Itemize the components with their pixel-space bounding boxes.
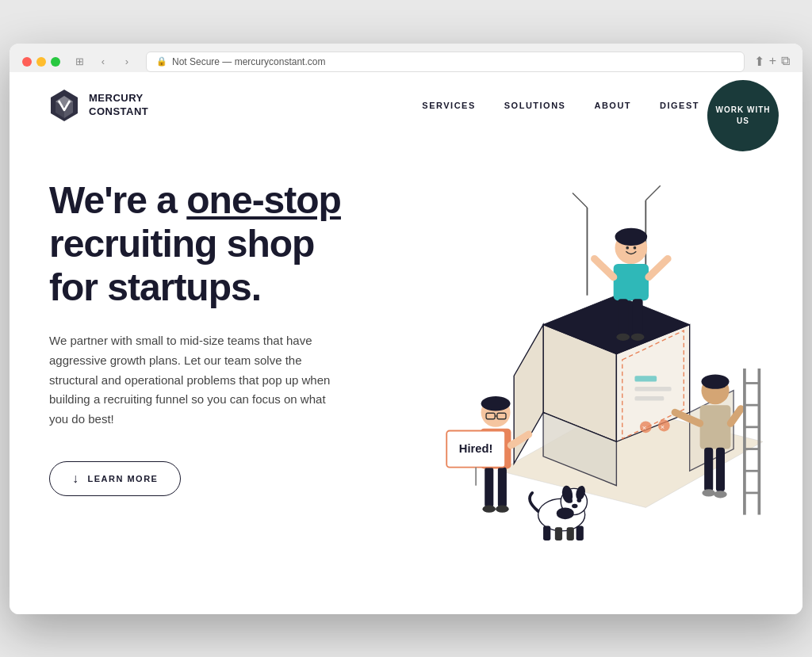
hero-right: Hired! [382, 155, 763, 583]
security-icon: 🔒 [156, 56, 167, 67]
hero-heading: We're a one-stop recruiting shop for sta… [49, 178, 382, 310]
url-text: Not Secure — mercuryconstant.com [172, 56, 325, 67]
svg-rect-58 [716, 447, 725, 491]
svg-point-48 [572, 503, 577, 508]
arrow-down-icon: ↓ [72, 472, 80, 486]
svg-line-24 [649, 258, 668, 277]
traffic-lights [22, 57, 60, 67]
nav-links: SERVICES SOLUTIONS ABOUT DIGEST [422, 101, 699, 110]
browser-window: ⊞ ‹ › 🔒 Not Secure — mercuryconstant.com… [10, 44, 802, 614]
svg-line-14 [573, 193, 587, 207]
svg-text:×: × [642, 424, 646, 432]
hero-heading-underline: one-stop [186, 179, 341, 221]
svg-point-46 [568, 498, 573, 503]
forward-icon[interactable]: › [117, 54, 136, 70]
svg-point-55 [701, 374, 729, 388]
hero-subtext: We partner with small to mid-size teams … [49, 331, 335, 430]
toolbar-icons: ⬆ + ⧉ [754, 54, 790, 69]
sidebar-toggle-icon[interactable]: ⊞ [70, 54, 89, 70]
work-with-us-text: WORK WITH US [716, 105, 771, 127]
svg-text:Hired!: Hired! [459, 442, 493, 455]
hero-illustration: Hired! [382, 155, 763, 583]
share-icon[interactable]: ⬆ [754, 54, 764, 69]
svg-point-21 [616, 333, 630, 340]
learn-more-button[interactable]: ↓ LEARN MORE [49, 461, 181, 496]
svg-point-22 [631, 333, 645, 340]
learn-more-label: LEARN MORE [88, 474, 159, 483]
logo-text: MERCURY CONSTANT [89, 92, 148, 119]
svg-text:×: × [661, 422, 665, 430]
svg-point-17 [615, 227, 648, 245]
svg-rect-19 [618, 299, 628, 335]
svg-point-59 [702, 489, 715, 496]
back-icon[interactable]: ‹ [94, 54, 113, 70]
hero-left: We're a one-stop recruiting shop for sta… [49, 155, 382, 583]
browser-chrome: ⊞ ‹ › 🔒 Not Secure — mercuryconstant.com… [10, 44, 802, 72]
svg-line-23 [595, 258, 614, 277]
svg-rect-73 [634, 396, 664, 401]
nav-digest[interactable]: DIGEST [660, 101, 699, 110]
svg-rect-53 [576, 525, 584, 540]
svg-rect-50 [543, 525, 550, 540]
svg-point-35 [482, 505, 496, 512]
svg-rect-72 [634, 387, 671, 392]
svg-line-15 [645, 185, 660, 200]
close-button[interactable] [22, 57, 32, 67]
svg-point-60 [714, 491, 727, 498]
maximize-button[interactable] [51, 57, 60, 67]
svg-point-36 [496, 505, 509, 512]
svg-rect-56 [700, 405, 731, 449]
navigation: MERCURY CONSTANT SERVICES SOLUTIONS ABOU… [10, 72, 802, 139]
svg-rect-71 [634, 376, 657, 381]
svg-rect-52 [567, 527, 574, 540]
svg-rect-57 [704, 447, 713, 491]
svg-point-26 [634, 246, 637, 249]
new-tab-icon[interactable]: + [769, 54, 776, 69]
svg-point-25 [626, 246, 629, 249]
nav-solutions[interactable]: SOLUTIONS [504, 101, 566, 110]
nav-services[interactable]: SERVICES [422, 101, 475, 110]
address-bar[interactable]: 🔒 Not Secure — mercuryconstant.com [146, 52, 745, 72]
svg-point-47 [577, 498, 582, 502]
window-controls: ⊞ ‹ › [70, 54, 136, 70]
svg-point-49 [557, 507, 574, 519]
minimize-button[interactable] [36, 57, 46, 67]
nav-about[interactable]: ABOUT [594, 101, 631, 110]
svg-rect-18 [614, 264, 649, 300]
svg-rect-34 [498, 467, 507, 507]
svg-point-28 [481, 396, 511, 411]
svg-rect-33 [485, 467, 493, 507]
svg-rect-51 [555, 527, 562, 540]
tabs-icon[interactable]: ⧉ [781, 54, 790, 69]
svg-rect-20 [633, 299, 643, 335]
website-content: MERCURY CONSTANT SERVICES SOLUTIONS ABOU… [10, 72, 802, 614]
logo-icon [49, 88, 79, 123]
logo[interactable]: MERCURY CONSTANT [49, 88, 148, 123]
hero-section: We're a one-stop recruiting shop for sta… [10, 139, 802, 614]
